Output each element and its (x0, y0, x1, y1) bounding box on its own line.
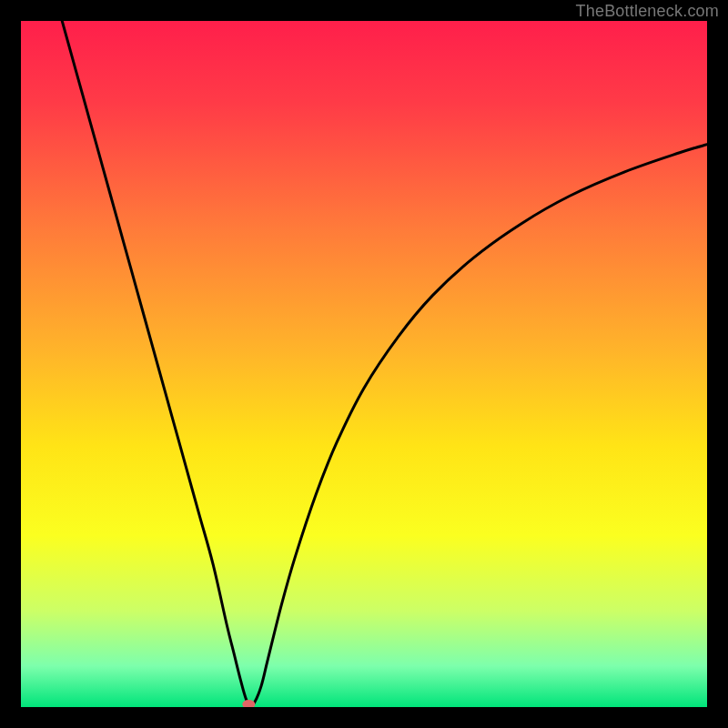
chart-svg (21, 21, 707, 707)
chart-background (21, 21, 707, 707)
watermark-text: TheBottleneck.com (576, 2, 719, 21)
chart-frame (21, 21, 707, 707)
